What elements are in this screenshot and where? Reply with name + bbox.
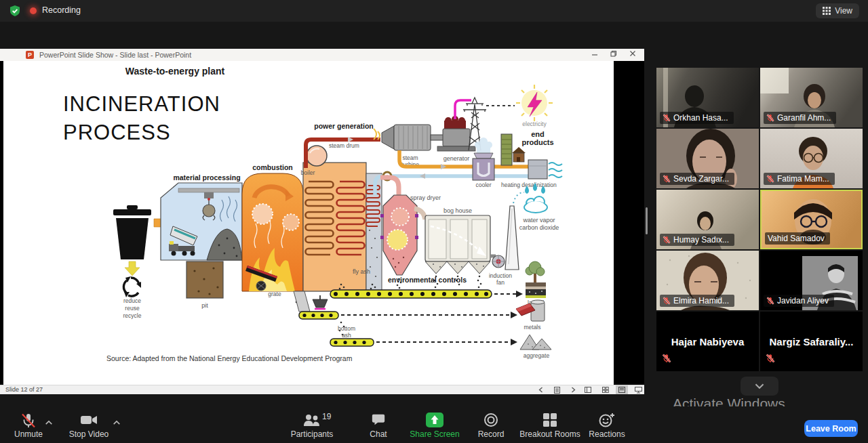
- slide-subtitle: Waste-to-energy plant: [125, 66, 225, 77]
- participant-tile-garanfil[interactable]: Garanfil Ahm...: [760, 68, 863, 127]
- label-aggregate: aggregate: [524, 352, 550, 359]
- slide-menu-button[interactable]: [551, 385, 563, 394]
- participant-name: Sevda Zargar...: [673, 174, 729, 184]
- mic-muted-icon: [663, 114, 671, 122]
- desalinization-icon: [528, 160, 562, 179]
- chat-label: Chat: [370, 429, 387, 439]
- participant-name: Vahid Samadov: [768, 234, 825, 243]
- participant-name: Nargiz Safaraliy...: [760, 312, 863, 371]
- participant-tile-elmira[interactable]: Elmira Hamid...: [656, 251, 759, 310]
- mic-muted-icon: [663, 175, 671, 183]
- label-induction-fan-2: fan: [496, 279, 505, 286]
- participant-tile-orkhan[interactable]: Orkhan Hasa...: [656, 68, 759, 127]
- label-pit: pit: [201, 302, 208, 309]
- slide-source-text: Source: Adapted from the National Energy…: [106, 354, 353, 362]
- mic-muted-icon: [766, 114, 774, 122]
- participant-name-tag: Garanfil Ahm...: [764, 112, 836, 124]
- participant-name-tag: Fatima Mam...: [764, 173, 835, 185]
- meeting-toolbar: Unmute Stop Video Participants 19 Chat: [0, 406, 868, 443]
- mic-muted-icon: [20, 413, 37, 429]
- participant-name: Fatima Mam...: [777, 174, 829, 184]
- arrowhead: [511, 339, 517, 345]
- magnet-icon: [313, 295, 328, 309]
- participant-tile-fatima[interactable]: Fatima Mam...: [760, 129, 863, 188]
- previous-slide-button[interactable]: [534, 385, 547, 394]
- view-button-label: View: [835, 6, 852, 16]
- security-shield-icon[interactable]: [9, 5, 21, 20]
- landfill-icon: [526, 261, 546, 298]
- aggregate-icon: [520, 335, 551, 350]
- flow-arrow: [420, 173, 425, 179]
- powerpoint-title-bar: P PowerPoint Slide Show - Slide last - P…: [0, 49, 644, 61]
- share-screen-button[interactable]: Share Screen: [404, 406, 465, 443]
- slide-number-indicator: Slide 12 of 27: [5, 386, 43, 393]
- steam-turbine-icon: [382, 125, 444, 150]
- meeting-top-bar: Recording View: [0, 0, 868, 22]
- participant-name: Humay Sadıx...: [673, 235, 729, 245]
- participant-tile-javidan[interactable]: Javidan Aliyev: [760, 251, 863, 310]
- cooler-icon: [473, 138, 494, 180]
- reading-view-button[interactable]: [616, 385, 628, 394]
- maximize-button[interactable]: [606, 50, 621, 60]
- arrowhead: [511, 312, 517, 318]
- reactions-button[interactable]: Reactions: [580, 406, 634, 443]
- mic-muted-icon: [766, 175, 774, 183]
- chat-button[interactable]: Chat: [358, 406, 399, 443]
- mic-muted-icon: [662, 354, 671, 366]
- record-button[interactable]: Record: [471, 406, 511, 443]
- participant-tile-sevda[interactable]: Sevda Zargar...: [656, 129, 759, 188]
- label-bottom-ash-1: bottom: [338, 325, 355, 332]
- minimize-button[interactable]: [587, 50, 602, 60]
- participant-tile-nargiz[interactable]: Nargiz Safaraliy...: [760, 312, 863, 371]
- arrowhead: [516, 291, 523, 297]
- label-bog-house: bog house: [443, 207, 472, 214]
- label-end-products-2: products: [521, 138, 553, 146]
- breakout-rooms-icon: [542, 413, 557, 427]
- normal-view-button[interactable]: [582, 385, 594, 394]
- label-grate: grate: [268, 291, 281, 297]
- recording-label: Recording: [42, 5, 81, 15]
- video-options-chevron[interactable]: [113, 416, 121, 428]
- participant-tile-hajar[interactable]: Hajar Nabiyeva: [656, 312, 759, 371]
- label-induction-fan-1: induction: [489, 272, 512, 279]
- slide-sorter-view-button[interactable]: [599, 385, 612, 394]
- breakout-rooms-button[interactable]: Breakout Rooms: [513, 406, 587, 443]
- video-camera-icon: [80, 413, 98, 427]
- chat-icon: [371, 413, 386, 427]
- view-button[interactable]: View: [816, 3, 859, 18]
- more-participants-button[interactable]: [741, 377, 778, 396]
- participant-name-tag: Vahid Samadov: [765, 232, 830, 245]
- share-screen-label: Share Screen: [410, 429, 459, 439]
- electricity-icon: [516, 85, 553, 121]
- label-bottom-ash-2: ash: [342, 332, 351, 339]
- label-steam-drum: steam drum: [329, 142, 359, 149]
- participant-tile-vahid-active-speaker[interactable]: Vahid Samadov: [760, 190, 863, 249]
- combustion-chamber: [242, 173, 303, 291]
- label-power-generation: power generation: [314, 122, 374, 130]
- label-heating: heating: [501, 182, 520, 188]
- participant-name-tag: Javidan Aliyev: [764, 295, 834, 307]
- participant-name-tag: Sevda Zargar...: [660, 173, 734, 185]
- scrollbar[interactable]: [646, 207, 648, 234]
- next-slide-button[interactable]: [567, 385, 579, 394]
- powerpoint-window-title: PowerPoint Slide Show - Slide last - Pow…: [39, 51, 191, 59]
- unmute-button[interactable]: Unmute: [7, 406, 50, 443]
- label-fly-ash: fly ash: [353, 268, 370, 275]
- stop-video-button[interactable]: Stop Video: [66, 406, 111, 443]
- powerpoint-app-icon: P: [26, 51, 34, 59]
- chevron-down-icon: [754, 383, 765, 389]
- participant-tile-humay[interactable]: Humay Sadıx...: [656, 190, 759, 249]
- recycle-icon: [123, 276, 141, 297]
- bag-house-icon: [425, 215, 490, 274]
- incineration-diagram: Waste-to-energy plant INCINERATION PROCE…: [3, 61, 614, 385]
- participants-count-badge: 19: [322, 412, 331, 421]
- water-vapor-icon: [524, 183, 547, 213]
- label-generator: generator: [443, 155, 470, 162]
- leave-room-button[interactable]: Leave Room: [804, 420, 858, 437]
- slideshow-view-button[interactable]: [632, 385, 644, 394]
- label-steam-turbine-1: steam: [402, 154, 418, 161]
- participants-label: Participants: [291, 429, 334, 439]
- audio-options-chevron[interactable]: [45, 416, 53, 428]
- record-label: Record: [478, 429, 505, 439]
- close-button[interactable]: [625, 50, 640, 60]
